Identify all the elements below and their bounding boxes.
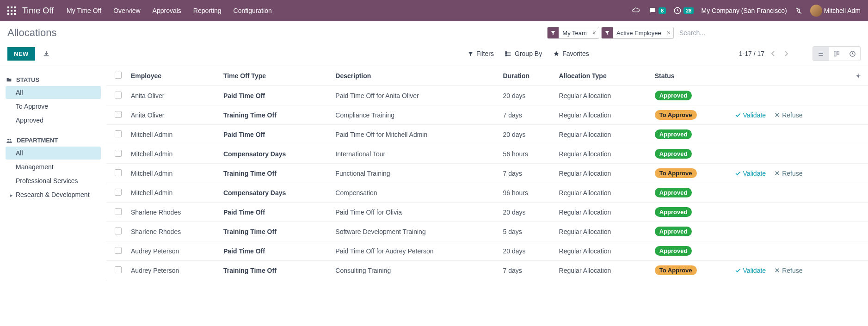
checkbox-row[interactable]: [115, 169, 122, 176]
favorites-button[interactable]: Favorites: [553, 50, 589, 57]
facet-remove[interactable]: ×: [664, 29, 673, 37]
main: STATUS AllTo ApproveApproved DEPARTMENT …: [0, 66, 868, 280]
svg-point-16: [7, 138, 9, 140]
cell-type: Paid Time Off: [219, 241, 331, 261]
table-row[interactable]: Audrey Peterson Training Time Off Consul…: [106, 261, 868, 280]
table-row[interactable]: Anita Oliver Paid Time Off Paid Time Off…: [106, 86, 868, 105]
checkbox-row[interactable]: [115, 228, 122, 234]
nav-reporting[interactable]: Reporting: [193, 7, 222, 14]
svg-rect-0: [7, 6, 9, 8]
status-badge: Approved: [655, 246, 692, 256]
cloud-icon[interactable]: [632, 7, 641, 14]
checkbox-row[interactable]: [115, 208, 122, 215]
cell-employee: Sharlene Rhodes: [126, 203, 219, 222]
cell-employee: Audrey Peterson: [126, 241, 219, 261]
nav-approvals[interactable]: Approvals: [153, 7, 181, 14]
validate-button[interactable]: Validate: [735, 267, 766, 274]
refuse-button[interactable]: Refuse: [774, 170, 802, 177]
refuse-button[interactable]: Refuse: [774, 111, 802, 119]
sidebar-status-item[interactable]: Approved: [6, 114, 101, 127]
checkbox-row[interactable]: [115, 266, 122, 273]
col-alloc-type[interactable]: Allocation Type: [554, 66, 650, 86]
pager-prev[interactable]: [769, 50, 777, 57]
cell-type: Training Time Off: [219, 222, 331, 241]
cell-employee: Mitchell Admin: [126, 183, 219, 203]
col-description[interactable]: Description: [331, 66, 498, 86]
search-area: My Team × Active Employee ×: [547, 27, 861, 39]
checkbox-all[interactable]: [115, 72, 122, 79]
sidebar-dept-item[interactable]: All: [6, 147, 101, 160]
cell-status: To Approve: [650, 164, 730, 183]
cell-employee: Sharlene Rhodes: [126, 222, 219, 241]
facet-remove[interactable]: ×: [590, 29, 599, 37]
nav-overview[interactable]: Overview: [113, 7, 140, 14]
col-actions: [730, 66, 850, 86]
groupby-button[interactable]: Group By: [505, 50, 542, 57]
svg-rect-6: [7, 13, 9, 15]
nav-my-time-off[interactable]: My Time Off: [67, 7, 101, 14]
nav-configuration[interactable]: Configuration: [234, 7, 272, 14]
checkbox-row[interactable]: [115, 130, 122, 137]
view-kanban-button[interactable]: [829, 47, 844, 61]
apps-icon[interactable]: [7, 6, 16, 15]
groupby-label: Group By: [515, 50, 542, 57]
checkbox-row[interactable]: [115, 189, 122, 196]
cell-duration: 20 days: [499, 86, 554, 105]
view-activity-button[interactable]: [844, 47, 860, 61]
cell-duration: 7 days: [499, 105, 554, 125]
status-badge: Approved: [655, 188, 692, 197]
folder-icon: [6, 77, 12, 83]
download-icon[interactable]: [43, 50, 50, 57]
validate-button[interactable]: Validate: [735, 170, 766, 177]
status-badge: To Approve: [655, 265, 697, 275]
cell-alloc-type: Regular Allocation: [554, 86, 650, 105]
checkbox-row[interactable]: [115, 111, 122, 118]
messages-icon[interactable]: 8: [648, 6, 666, 15]
optional-columns-icon[interactable]: [855, 73, 862, 79]
cell-actions: [730, 203, 850, 222]
refuse-label: Refuse: [782, 111, 802, 119]
sidebar-status-item[interactable]: To Approve: [6, 100, 101, 113]
pager-range[interactable]: 1-17 / 17: [739, 50, 764, 57]
search-input[interactable]: [676, 27, 861, 38]
cell-employee: Mitchell Admin: [126, 125, 219, 144]
col-employee[interactable]: Employee: [126, 66, 219, 86]
col-type[interactable]: Time Off Type: [219, 66, 331, 86]
filters-label: Filters: [476, 50, 494, 57]
table-row[interactable]: Mitchell Admin Paid Time Off Paid Time O…: [106, 125, 868, 144]
sidebar-dept-header: DEPARTMENT: [6, 137, 101, 144]
checkbox-row[interactable]: [115, 247, 122, 254]
sidebar-status-item[interactable]: All: [6, 86, 101, 99]
col-status[interactable]: Status: [650, 66, 730, 86]
cell-description: Paid Time Off for Mitchell Admin: [331, 125, 498, 144]
search-facet-active-employee: Active Employee ×: [601, 27, 674, 39]
sidebar-dept-item[interactable]: Research & Development: [6, 188, 101, 201]
new-button[interactable]: NEW: [7, 47, 35, 61]
table-row[interactable]: Audrey Peterson Paid Time Off Paid Time …: [106, 241, 868, 261]
activities-icon[interactable]: 28: [673, 6, 694, 15]
table-row[interactable]: Sharlene Rhodes Paid Time Off Paid Time …: [106, 203, 868, 222]
user-menu[interactable]: Mitchell Adm: [810, 5, 861, 17]
table-row[interactable]: Sharlene Rhodes Training Time Off Softwa…: [106, 222, 868, 241]
company-switcher[interactable]: My Company (San Francisco): [701, 7, 787, 14]
col-duration[interactable]: Duration: [499, 66, 554, 86]
checkbox-row[interactable]: [115, 150, 122, 157]
filters-button[interactable]: Filters: [468, 50, 494, 57]
refuse-button[interactable]: Refuse: [774, 267, 802, 274]
nav-links: My Time Off Overview Approvals Reporting…: [67, 7, 272, 14]
cell-actions: [730, 125, 850, 144]
table-row[interactable]: Mitchell Admin Compensatory Days Interna…: [106, 144, 868, 164]
debug-icon[interactable]: [794, 6, 803, 15]
checkbox-row[interactable]: [115, 92, 122, 98]
sidebar-dept-item[interactable]: Management: [6, 160, 101, 173]
view-list-button[interactable]: [813, 47, 829, 61]
table-row[interactable]: Mitchell Admin Compensatory Days Compens…: [106, 183, 868, 203]
table-row[interactable]: Mitchell Admin Training Time Off Functio…: [106, 164, 868, 183]
view-switcher: [813, 46, 861, 61]
table-row[interactable]: Anita Oliver Training Time Off Complianc…: [106, 105, 868, 125]
pager-next[interactable]: [782, 50, 790, 57]
sidebar-dept-item[interactable]: Professional Services: [6, 174, 101, 187]
cell-description: International Tour: [331, 144, 498, 164]
validate-button[interactable]: Validate: [735, 111, 766, 119]
app-title[interactable]: Time Off: [22, 6, 54, 16]
